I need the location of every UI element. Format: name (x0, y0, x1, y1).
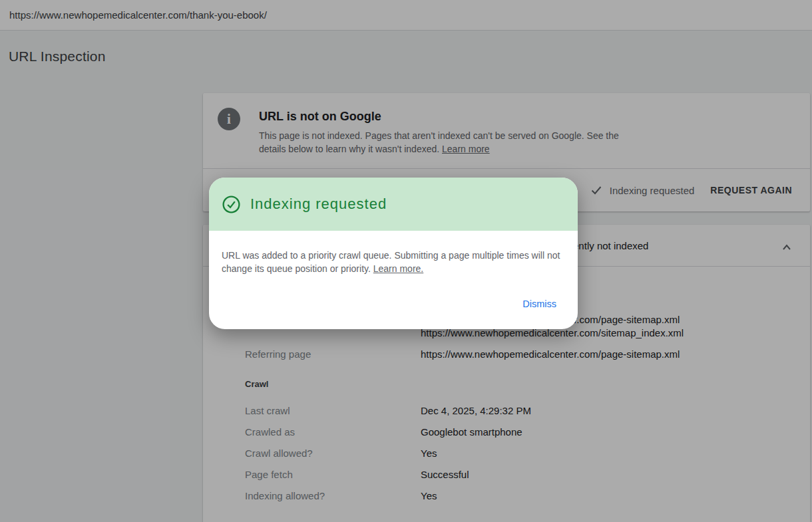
dialog-body: URL was added to a priority crawl queue.… (209, 231, 568, 275)
dismiss-button[interactable]: Dismiss (522, 299, 556, 309)
check-circle-icon (222, 195, 241, 214)
dialog-header: Indexing requested (209, 178, 578, 231)
dialog-learn-more-link[interactable]: Learn more. (373, 263, 423, 274)
indexing-requested-dialog: Indexing requested URL was added to a pr… (209, 178, 578, 329)
dialog-title: Indexing requested (250, 196, 387, 213)
